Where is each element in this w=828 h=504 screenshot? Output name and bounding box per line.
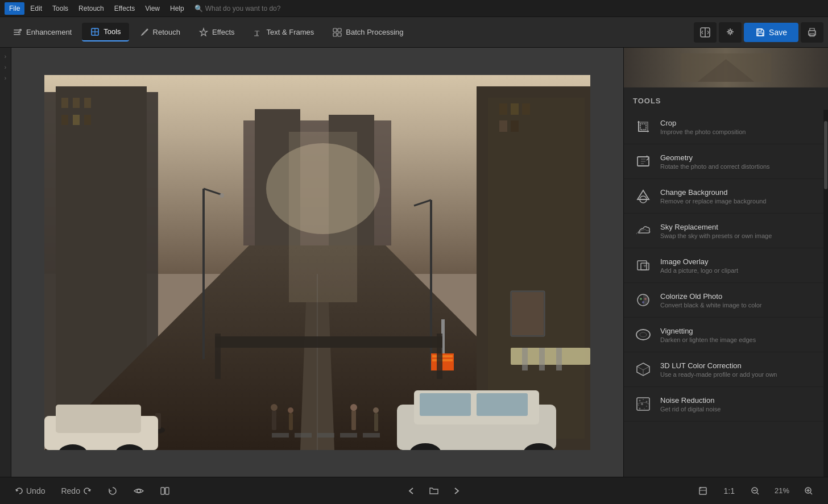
open-folder-button[interactable]	[423, 482, 445, 499]
svg-point-114	[638, 405, 639, 406]
svg-point-105	[644, 298, 647, 300]
svg-point-83	[350, 404, 357, 411]
tool-geometry[interactable]: Geometry Rotate the photo and correct di…	[624, 144, 823, 179]
tool-sky[interactable]: Sky Replacement Swap the sky with preset…	[624, 214, 823, 248]
svg-point-108	[640, 332, 647, 337]
compare-button[interactable]	[694, 22, 717, 43]
zoom-out-button[interactable]	[745, 483, 765, 499]
tab-effects-label: Effects	[212, 28, 235, 36]
tool-noise[interactable]: Noise Reduction Get rid of digital noise	[624, 387, 823, 422]
print-button[interactable]	[801, 22, 823, 43]
canvas-image[interactable]	[44, 75, 590, 450]
svg-rect-14	[338, 33, 341, 36]
next-button[interactable]	[447, 484, 466, 498]
svg-rect-12	[338, 28, 341, 32]
svg-rect-120	[161, 488, 164, 494]
svg-rect-75	[215, 336, 442, 348]
svg-rect-2	[14, 34, 20, 35]
svg-rect-13	[333, 33, 337, 36]
split-compare-button[interactable]	[154, 482, 176, 499]
save-button[interactable]: Save	[744, 23, 798, 42]
visibility-button[interactable]	[128, 482, 150, 499]
tool-vignetting[interactable]: Vignetting Darken or lighten the image e…	[624, 318, 823, 352]
sidebar-arrow-1[interactable]: ›	[5, 53, 6, 60]
sky-name: Sky Replacement	[660, 223, 772, 231]
tool-crop[interactable]: Crop Improve the photo composition	[624, 110, 823, 144]
zoom-ratio-button[interactable]: 1:1	[718, 483, 740, 499]
menu-retouch[interactable]: Retouch	[74, 2, 109, 15]
tool-background[interactable]: Change Background Remove or replace imag…	[624, 179, 823, 214]
retouch-icon	[139, 27, 150, 38]
tab-text-frames-label: Text & Frames	[267, 28, 314, 36]
svg-rect-80	[289, 413, 293, 430]
sidebar-arrow-3[interactable]: ›	[5, 75, 6, 81]
background-text: Change Background Remove or replace imag…	[660, 188, 767, 205]
svg-point-85	[373, 407, 379, 413]
geometry-desc: Rotate the photo and correct distortions	[660, 163, 770, 170]
overlay-icon	[633, 255, 653, 276]
reset-button[interactable]	[102, 482, 123, 499]
svg-rect-96	[640, 124, 646, 130]
menu-help[interactable]: Help	[165, 2, 189, 15]
tab-enhancement[interactable]: Enhancement	[5, 23, 80, 41]
menu-view[interactable]: View	[140, 2, 164, 15]
svg-rect-72	[522, 348, 528, 370]
tab-text-frames[interactable]: T Text & Frames	[245, 23, 322, 41]
svg-point-104	[640, 298, 642, 300]
enhancement-icon	[13, 27, 23, 38]
settings-button[interactable]	[719, 22, 742, 43]
noise-text: Noise Reduction Get rid of digital noise	[660, 396, 721, 413]
main-layout: › › ›	[0, 48, 828, 477]
menu-file[interactable]: File	[5, 2, 24, 15]
tool-lut[interactable]: 3D LUT Color Correction Use a ready-made…	[624, 352, 823, 387]
tab-tools-label: Tools	[104, 27, 121, 36]
tab-effects[interactable]: Effects	[191, 23, 243, 41]
svg-rect-92	[512, 292, 544, 335]
lut-desc: Use a ready-made profile or add your own	[660, 371, 777, 378]
vignetting-name: Vignetting	[660, 327, 756, 335]
prev-button[interactable]	[401, 484, 421, 498]
svg-rect-82	[351, 410, 356, 430]
crop-desc: Improve the photo composition	[660, 128, 746, 135]
tab-retouch[interactable]: Retouch	[131, 23, 188, 41]
panel-title: TOOLS	[624, 88, 828, 110]
svg-rect-40	[522, 103, 530, 115]
scrollbar-track	[823, 110, 828, 477]
batch-icon	[332, 27, 342, 38]
redo-button[interactable]: Redo	[55, 483, 97, 499]
left-sidebar: › › ›	[0, 48, 11, 477]
undo-button[interactable]: Undo	[9, 483, 51, 499]
svg-rect-88	[317, 433, 334, 438]
menu-edit[interactable]: Edit	[26, 2, 47, 15]
fullscreen-button[interactable]	[692, 482, 714, 499]
svg-marker-102	[643, 265, 647, 268]
menu-tools[interactable]: Tools	[48, 2, 73, 15]
svg-rect-38	[499, 103, 507, 115]
crop-name: Crop	[660, 119, 746, 127]
svg-point-22	[814, 31, 815, 32]
tab-batch[interactable]: Batch Processing	[324, 23, 411, 41]
text-icon: T	[253, 27, 263, 38]
tool-colorize[interactable]: Colorize Old Photo Convert black & white…	[624, 283, 823, 318]
sidebar-arrow-2[interactable]: ›	[5, 64, 6, 70]
svg-rect-19	[758, 29, 761, 31]
menu-effects[interactable]: Effects	[110, 2, 139, 15]
menubar: File Edit Tools Retouch Effects View Hel…	[0, 0, 828, 17]
tool-overlay[interactable]: Image Overlay Add a picture, logo or cli…	[624, 248, 823, 283]
scrollbar-thumb[interactable]	[824, 121, 827, 189]
svg-point-50	[220, 193, 224, 198]
sky-icon	[633, 220, 653, 241]
svg-rect-76	[215, 334, 221, 379]
svg-rect-65	[420, 393, 471, 416]
zoom-in-button[interactable]	[798, 483, 819, 499]
svg-rect-37	[488, 98, 585, 439]
street-scene-svg	[44, 75, 590, 450]
background-name: Change Background	[660, 188, 767, 197]
search-input[interactable]	[205, 5, 308, 13]
svg-rect-31	[73, 115, 80, 125]
tab-tools[interactable]: Tools	[82, 23, 129, 41]
search-icon: 🔍	[194, 5, 203, 13]
svg-line-131	[810, 493, 812, 494]
crop-icon	[633, 116, 653, 137]
geometry-name: Geometry	[660, 153, 770, 162]
